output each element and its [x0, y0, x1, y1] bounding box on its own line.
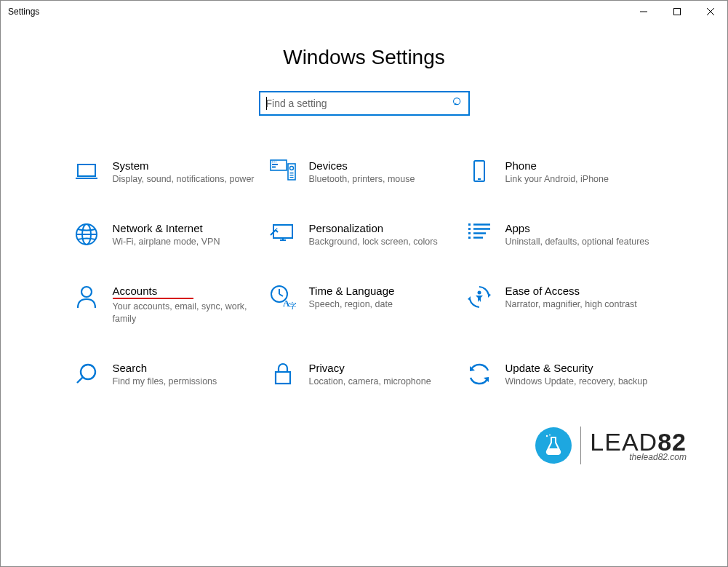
tile-title: System	[113, 159, 149, 172]
apps-icon	[466, 222, 492, 248]
tile-title: Personalization	[309, 222, 384, 234]
svg-point-50	[549, 435, 551, 436]
tile-personalization[interactable]: PersonalizationBackground, lock screen, …	[270, 222, 459, 248]
svg-rect-27	[468, 223, 471, 226]
tile-apps[interactable]: AppsUninstall, defaults, optional featur…	[466, 222, 655, 248]
window-title: Settings	[8, 7, 39, 17]
minimize-button[interactable]	[627, 1, 660, 23]
text-caret	[266, 97, 267, 110]
svg-text:字: 字	[289, 301, 296, 309]
svg-rect-28	[468, 228, 471, 230]
person-icon	[73, 285, 100, 311]
globe-icon	[73, 222, 100, 248]
svg-rect-29	[468, 232, 471, 234]
svg-rect-16	[289, 173, 293, 173]
svg-rect-46	[276, 372, 290, 384]
tile-title: Apps	[505, 222, 530, 234]
tile-update-security[interactable]: Update & SecurityWindows Update, recover…	[466, 362, 655, 388]
titlebar: Settings	[1, 1, 727, 23]
update-icon	[466, 362, 492, 388]
tile-description: Find my files, permissions	[113, 376, 263, 388]
svg-point-49	[546, 435, 548, 437]
tile-description: Display, sound, notifications, power	[113, 173, 263, 186]
tile-network[interactable]: Network & InternetWi-Fi, airplane mode, …	[73, 222, 263, 248]
time-language-icon: A字	[270, 285, 296, 311]
page-heading: Windows Settings	[1, 46, 727, 69]
svg-rect-19	[474, 161, 484, 181]
svg-line-38	[279, 294, 283, 296]
tile-devices[interactable]: DevicesBluetooth, printers, mouse	[270, 159, 459, 186]
svg-rect-18	[289, 177, 293, 178]
svg-line-45	[77, 377, 83, 383]
svg-rect-17	[289, 175, 293, 175]
svg-rect-13	[272, 167, 276, 168]
search-icon	[452, 97, 463, 110]
svg-point-11	[275, 162, 276, 163]
svg-rect-12	[272, 164, 278, 165]
svg-rect-30	[468, 237, 471, 239]
tile-description: Windows Update, recovery, backup	[505, 376, 655, 388]
tile-description: Background, lock screen, colors	[309, 236, 459, 248]
search-box[interactable]	[259, 91, 470, 116]
search-icon	[73, 362, 100, 388]
tile-description: Link your Android, iPhone	[505, 173, 655, 186]
tile-description: Location, camera, microphone	[309, 376, 459, 388]
laptop-icon	[73, 159, 100, 186]
tile-title: Privacy	[309, 362, 345, 374]
tile-accounts[interactable]: AccountsYour accounts, email, sync, work…	[73, 285, 263, 325]
tile-title: Phone	[505, 159, 537, 172]
tile-title: Ease of Access	[505, 285, 580, 297]
close-button[interactable]	[694, 1, 727, 23]
tile-description: Wi-Fi, airplane mode, VPN	[113, 236, 263, 248]
tile-description: Bluetooth, printers, mouse	[309, 173, 459, 186]
tile-time-language[interactable]: A字Time & LanguageSpeech, region, date	[270, 285, 459, 325]
tile-description: Narrator, magnifier, high contrast	[505, 298, 655, 311]
watermark-divider	[580, 427, 581, 464]
svg-point-35	[81, 287, 92, 297]
tile-title: Devices	[309, 159, 348, 172]
tile-description: Uninstall, defaults, optional features	[505, 236, 655, 248]
tile-title: Update & Security	[505, 362, 593, 374]
tile-description: Your accounts, email, sync, work, family	[113, 301, 263, 325]
svg-rect-1	[674, 9, 681, 15]
devices-icon	[270, 159, 296, 186]
tile-system[interactable]: SystemDisplay, sound, notifications, pow…	[73, 159, 263, 186]
tile-title: Time & Language	[309, 285, 395, 297]
maximize-button[interactable]	[660, 1, 694, 23]
flask-icon	[535, 427, 572, 464]
svg-marker-42	[468, 296, 471, 301]
settings-grid: SystemDisplay, sound, notifications, pow…	[1, 159, 727, 388]
window-controls	[627, 1, 727, 23]
svg-point-9	[271, 162, 273, 163]
svg-point-4	[453, 98, 460, 105]
svg-rect-6	[78, 164, 95, 176]
svg-point-10	[273, 162, 275, 163]
personalization-icon	[270, 222, 296, 248]
watermark-brand: LEAD82	[590, 429, 687, 454]
svg-point-15	[289, 167, 293, 170]
lock-icon	[270, 362, 296, 388]
svg-marker-41	[488, 293, 491, 298]
tile-title: Search	[113, 362, 148, 374]
tile-search[interactable]: SearchFind my files, permissions	[73, 362, 263, 388]
tile-title: Network & Internet	[113, 222, 203, 234]
tile-ease-of-access[interactable]: Ease of AccessNarrator, magnifier, high …	[466, 285, 655, 325]
phone-icon	[466, 159, 492, 186]
tile-phone[interactable]: PhoneLink your Android, iPhone	[466, 159, 655, 186]
tile-title: Accounts	[113, 285, 194, 299]
search-input[interactable]	[266, 98, 452, 109]
tile-description: Speech, region, date	[309, 298, 459, 311]
accessibility-icon	[466, 285, 492, 311]
watermark: LEAD82 thelead82.com	[535, 427, 687, 464]
svg-point-43	[477, 291, 481, 295]
tile-privacy[interactable]: PrivacyLocation, camera, microphone	[270, 362, 459, 388]
